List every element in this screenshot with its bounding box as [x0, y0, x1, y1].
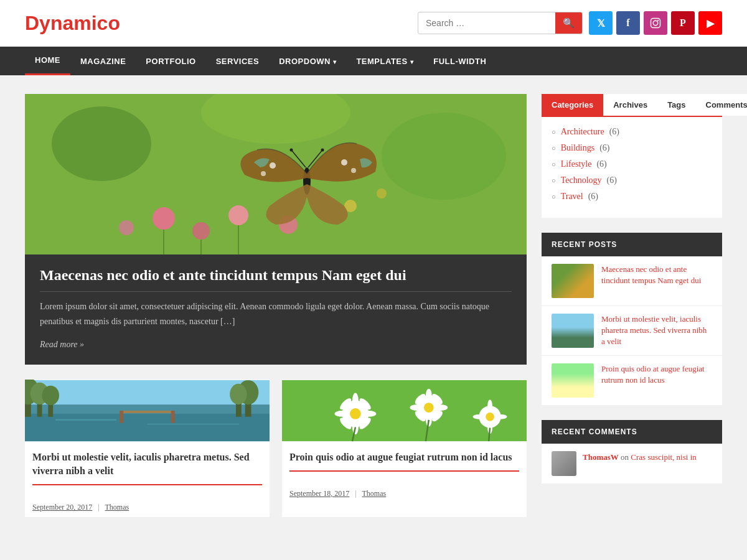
featured-post: Maecenas nec odio et ante tincidunt temp…: [25, 94, 527, 365]
nav-link-services[interactable]: SERVICES: [206, 48, 270, 75]
comment-author-1[interactable]: ThomasW: [583, 452, 619, 462]
svg-point-48: [352, 419, 359, 434]
svg-point-2: [657, 20, 659, 21]
post-grid: Morbi ut molestie velit, iaculis pharetr…: [25, 380, 527, 518]
nav-link-templates[interactable]: TEMPLATES▾: [346, 48, 423, 75]
read-more-link[interactable]: Read more »: [40, 340, 84, 349]
category-link-buildings[interactable]: Buildings: [561, 143, 594, 153]
twitter-icon[interactable]: 𝕏: [589, 11, 613, 35]
category-link-technology[interactable]: Technology: [561, 175, 602, 185]
post-card-1: Morbi ut molestie velit, iaculis pharetr…: [25, 380, 270, 518]
facebook-icon[interactable]: f: [616, 11, 640, 35]
svg-point-19: [261, 171, 266, 176]
svg-point-9: [228, 205, 248, 225]
post-card-2-author[interactable]: Thomas: [362, 489, 387, 498]
svg-point-69: [473, 414, 486, 419]
recent-posts-widget: RECENT POSTS Maecenas nec odio et ante t…: [542, 233, 722, 405]
post-card-1-date[interactable]: September 20, 2017: [32, 503, 92, 511]
svg-rect-40: [120, 411, 123, 423]
nav-link-magazine[interactable]: MAGAZINE: [70, 48, 136, 75]
category-buildings: Buildings (6): [552, 143, 712, 153]
recent-post-1: Maecenas nec odio et ante tincidunt temp…: [542, 256, 722, 306]
category-count-travel: (6): [588, 192, 598, 202]
recent-post-2-title[interactable]: Morbi ut molestie velit, iaculis pharetr…: [601, 314, 712, 348]
svg-point-8: [192, 222, 210, 240]
post-card-2-body: Proin quis odio at augue feugiat rutrum …: [282, 442, 527, 484]
svg-point-23: [290, 149, 293, 152]
nav-item-magazine[interactable]: MAGAZINE: [70, 48, 136, 75]
svg-point-46: [350, 408, 361, 419]
category-link-travel[interactable]: Travel: [561, 192, 583, 202]
recent-thumb-1: [552, 264, 594, 298]
svg-point-70: [495, 414, 507, 419]
nav-item-portfolio[interactable]: PORTFOLIO: [136, 48, 205, 75]
svg-point-47: [352, 393, 359, 408]
comment-avatar-1: [552, 451, 576, 476]
recent-comments-widget: RECENT COMMENTS ThomasW on Cras suscipit…: [542, 420, 722, 483]
svg-point-50: [362, 411, 377, 417]
nav-link-home[interactable]: HOME: [25, 47, 70, 75]
tab-tags[interactable]: Tags: [657, 94, 695, 116]
nav-item-templates[interactable]: TEMPLATES▾: [346, 48, 423, 75]
social-icons: 𝕏 f P ▶: [589, 11, 722, 35]
svg-rect-39: [123, 411, 172, 413]
svg-point-49: [334, 411, 349, 417]
post-card-2-image: [282, 380, 527, 442]
svg-point-16: [377, 189, 387, 198]
category-count-architecture: (6): [609, 127, 619, 137]
nav-item-full-width[interactable]: FULL-WIDTH: [423, 48, 496, 75]
widget-tabs: Categories Archives Tags Comments: [542, 94, 722, 117]
dropdown-arrow-icon: ▾: [333, 58, 337, 65]
header-right: 🔍 𝕏 f P ▶: [418, 11, 722, 35]
nav-link-portfolio[interactable]: PORTFOLIO: [136, 48, 205, 75]
recent-posts-header: RECENT POSTS: [542, 233, 722, 256]
nav-item-dropdown[interactable]: DROPDOWN▾: [269, 48, 346, 75]
category-travel: Travel (6): [552, 192, 712, 202]
svg-point-20: [341, 159, 347, 166]
nav-item-services[interactable]: SERVICES: [206, 48, 270, 75]
post-card-2-separator: |: [355, 489, 356, 498]
category-link-architecture[interactable]: Architecture: [561, 127, 604, 137]
recent-post-1-title[interactable]: Maecenas nec odio et ante tincidunt temp…: [601, 264, 712, 298]
comment-on-1: on: [621, 452, 631, 462]
comment-link-1[interactable]: Cras suscipit, nisi in: [631, 452, 696, 462]
recent-thumb-flowers-img: [552, 363, 594, 398]
nav-link-full-width[interactable]: FULL-WIDTH: [423, 48, 496, 75]
youtube-icon[interactable]: ▶: [698, 11, 722, 35]
categories-widget: Categories Archives Tags Comments Archit…: [542, 94, 722, 218]
post-card-2-date[interactable]: September 18, 2017: [289, 489, 349, 498]
recent-thumb-2: [552, 314, 594, 348]
nav-list: HOME MAGAZINE PORTFOLIO SERVICES DROPDOW…: [25, 47, 722, 75]
pinterest-icon[interactable]: P: [671, 11, 695, 35]
post-card-1-meta: September 20, 2017 | Thomas: [25, 498, 270, 517]
post-card-2-title[interactable]: Proin quis odio at augue feugiat rutrum …: [289, 450, 519, 472]
post-card-1-author[interactable]: Thomas: [105, 503, 129, 511]
main-nav: HOME MAGAZINE PORTFOLIO SERVICES DROPDOW…: [0, 47, 747, 75]
search-input[interactable]: [418, 13, 555, 33]
search-form: 🔍: [418, 12, 583, 34]
svg-point-67: [487, 399, 492, 412]
post-card-1-title[interactable]: Morbi ut molestie velit, iaculis pharetr…: [32, 450, 262, 486]
templates-arrow-icon: ▾: [410, 58, 414, 65]
category-link-lifestyle[interactable]: Lifestyle: [561, 159, 592, 169]
featured-post-title: Maecenas nec odio et ante tincidunt temp…: [40, 267, 512, 292]
tab-comments[interactable]: Comments: [696, 94, 747, 116]
post-card-1-body: Morbi ut molestie velit, iaculis pharetr…: [25, 442, 270, 498]
svg-point-60: [435, 404, 448, 411]
nav-link-dropdown[interactable]: DROPDOWN▾: [269, 48, 346, 75]
site-logo[interactable]: Dynamico: [25, 12, 120, 35]
nav-item-home[interactable]: HOME: [25, 47, 70, 75]
recent-thumb-butterfly-img: [552, 264, 594, 298]
recent-comments-header: RECENT COMMENTS: [542, 420, 722, 444]
tab-archives[interactable]: Archives: [603, 94, 657, 116]
instagram-icon[interactable]: [644, 11, 667, 35]
search-button[interactable]: 🔍: [555, 12, 582, 34]
tab-categories[interactable]: Categories: [542, 94, 603, 116]
featured-image: [25, 94, 527, 254]
post-card-2: Proin quis odio at augue feugiat rutrum …: [282, 380, 527, 518]
site-header: Dynamico 🔍 𝕏 f P ▶: [0, 0, 747, 47]
featured-post-content: Maecenas nec odio et ante tincidunt temp…: [25, 254, 527, 365]
recent-post-3-title[interactable]: Proin quis odio at augue feugiat rutrum …: [601, 363, 712, 398]
avatar-image: [552, 451, 576, 476]
sidebar: Categories Archives Tags Comments Archit…: [542, 94, 722, 517]
